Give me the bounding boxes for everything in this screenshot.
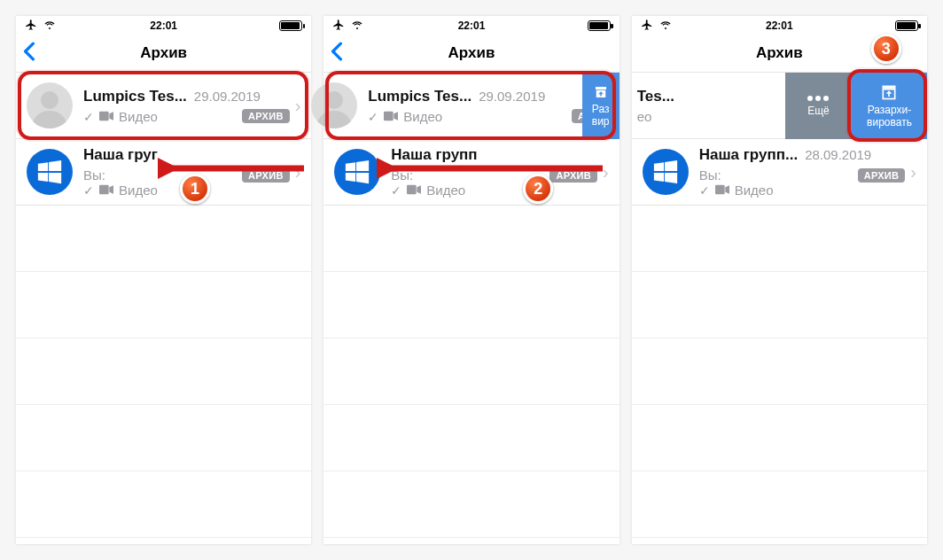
statusbar-time: 22:01 (458, 19, 486, 32)
statusbar-time: 22:01 (150, 19, 177, 32)
svg-point-8 (807, 96, 813, 101)
battery-icon (895, 20, 918, 31)
nav-bar: Архив (632, 34, 927, 73)
read-check-icon (368, 109, 378, 124)
svg-rect-1 (99, 111, 109, 121)
statusbar-time: 22:01 (766, 19, 793, 32)
archive-badge: АРХИВ (242, 109, 290, 123)
back-button[interactable] (23, 42, 35, 65)
read-check-icon (391, 183, 401, 198)
chevron-right-icon: › (905, 162, 916, 183)
swipe-more-label: Ещё (807, 105, 830, 117)
page-title: Архив (140, 44, 187, 62)
page-title: Архив (448, 44, 495, 62)
status-bar: 22:01 (16, 16, 311, 34)
chevron-right-icon: › (597, 162, 609, 183)
swipe-unarchive-label-partial1: Раз (592, 104, 610, 115)
avatar-placeholder-icon (27, 82, 73, 128)
wifi-icon (350, 19, 364, 33)
battery-icon (279, 20, 302, 31)
video-icon (407, 183, 421, 198)
battery-icon (588, 20, 611, 31)
read-check-icon (699, 183, 710, 198)
swipe-unarchive-button[interactable]: Раз вир (582, 73, 620, 139)
svg-point-9 (815, 96, 821, 101)
chat-list: Tes... 29.09.2019 ео Ещё Разархи- вирова… (632, 73, 927, 544)
svg-point-10 (823, 96, 829, 101)
avatar-windows-icon (334, 149, 380, 195)
swipe-unarchive-label-1: Разархи- (868, 105, 912, 116)
video-icon (99, 183, 113, 198)
screenshot-panel-1: 22:01 Архив Lumpics Tes... 29.09.2019 (16, 16, 311, 544)
screenshot-panel-2: 22:01 Архив Lumpics Tes... 29.09.2019 Ви… (323, 16, 619, 544)
chat-row-lumpics[interactable]: Lumpics Tes... 29.09.2019 Видео АРХИВ (323, 73, 619, 139)
avatar-windows-icon (27, 149, 73, 195)
chat-preview: Видео (119, 183, 158, 198)
airplane-mode-icon (641, 19, 653, 34)
svg-rect-13 (715, 185, 725, 195)
chat-preview-cut: ео (637, 109, 652, 124)
swipe-unarchive-label-partial2: вир (592, 116, 610, 128)
avatar-placeholder-icon (311, 82, 357, 128)
nav-bar: Архив (323, 34, 619, 73)
svg-point-4 (325, 91, 343, 109)
chat-date: 29.09.2019 (479, 89, 545, 104)
chat-preview: Видео (119, 109, 158, 124)
airplane-mode-icon (25, 19, 37, 34)
chat-title: Lumpics Tes... (83, 88, 187, 105)
svg-rect-11 (883, 86, 896, 89)
chat-row-lumpics[interactable]: Lumpics Tes... 29.09.2019 Видео АРХИВ › (16, 73, 311, 139)
chat-preview: Видео (426, 183, 465, 198)
chat-date: 29.09.2019 (194, 89, 261, 104)
archive-badge: АРХИВ (549, 168, 597, 183)
svg-rect-2 (99, 185, 109, 195)
avatar-windows-icon (643, 149, 689, 195)
chat-date: 28.09.2019 (805, 147, 871, 162)
swipe-unarchive-button[interactable]: Разархи- вировать (852, 73, 927, 139)
sender-label: Вы: (83, 167, 105, 183)
chat-title: Tes... (637, 88, 674, 105)
video-icon (715, 183, 729, 198)
wifi-icon (659, 19, 673, 33)
chat-row-group[interactable]: Наша групп... 28.09.2019 Вы: АРХИВ Видео… (632, 139, 927, 206)
chat-preview: Видео (735, 183, 774, 198)
chat-row-group[interactable]: Наша груг 28.09.2019 Вы: АРХИВ Видео › (16, 139, 311, 206)
chat-title: Наша груг (83, 146, 158, 164)
chevron-right-icon: › (290, 96, 301, 116)
read-check-icon (83, 183, 94, 198)
sender-label: Вы: (391, 167, 413, 183)
wifi-icon (43, 19, 57, 33)
video-icon (99, 109, 113, 124)
page-title: Архив (756, 44, 803, 62)
chat-preview: Видео (403, 109, 442, 124)
sender-label: Вы: (699, 167, 721, 183)
chat-row-group[interactable]: Наша групп Вы: АРХИВ Видео › (323, 139, 619, 206)
video-icon (384, 109, 398, 124)
chat-title: Наша групп (391, 146, 477, 164)
chat-list: Lumpics Tes... 29.09.2019 Видео АРХИВ › (16, 73, 311, 544)
svg-rect-6 (407, 185, 417, 195)
archive-badge: АРХИВ (858, 168, 906, 183)
swipe-more-button[interactable]: Ещё (785, 73, 852, 139)
svg-rect-5 (384, 111, 394, 121)
archive-badge: АРХИВ (242, 168, 290, 183)
back-button[interactable] (331, 42, 343, 65)
swipe-unarchive-label-2: вировать (867, 117, 912, 128)
chat-list: Lumpics Tes... 29.09.2019 Видео АРХИВ Ра… (323, 73, 619, 544)
chevron-right-icon: › (290, 162, 301, 183)
chat-title: Наша групп... (699, 146, 798, 164)
status-bar: 22:01 (632, 16, 927, 34)
status-bar: 22:01 (323, 16, 619, 34)
nav-bar: Архив (16, 34, 311, 73)
chat-title: Lumpics Tes... (368, 88, 472, 105)
screenshot-panel-3: 22:01 Архив Tes... 29.09.2019 ео Ещё (632, 16, 927, 544)
svg-point-0 (41, 91, 58, 109)
read-check-icon (83, 109, 94, 124)
airplane-mode-icon (332, 19, 345, 34)
